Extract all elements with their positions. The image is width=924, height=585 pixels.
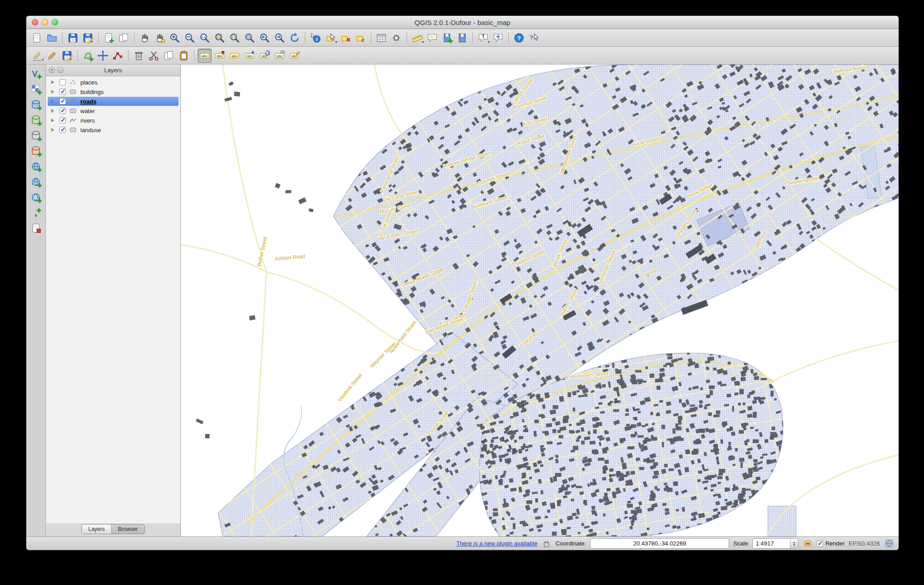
scale-combo-arrows[interactable]: ▲▼ xyxy=(790,539,798,548)
message-log-icon[interactable] xyxy=(803,539,813,549)
plugin-icon[interactable] xyxy=(541,539,551,549)
expand-arrow-icon[interactable] xyxy=(51,99,57,103)
qgis-window: QGIS 2.0.1-Dufour - basic_map 1:1i▾ε▾T▾?… xyxy=(26,15,899,550)
add-vector-layer-button[interactable] xyxy=(29,67,43,81)
panel-tab-browser[interactable]: Browser xyxy=(112,524,145,534)
toggle-editing-button[interactable] xyxy=(45,49,59,63)
panel-close-button[interactable]: × xyxy=(49,67,55,73)
add-wms-layer-button[interactable] xyxy=(29,159,43,174)
open-project-button[interactable] xyxy=(45,31,59,45)
composer-manager-button[interactable] xyxy=(117,31,131,45)
zoom-actual-button[interactable]: 1:1 xyxy=(198,31,212,45)
add-raster-layer-button[interactable] xyxy=(29,82,43,96)
expand-arrow-icon[interactable] xyxy=(51,80,57,84)
add-oracle-layer-button[interactable] xyxy=(29,144,43,158)
identify-features-button[interactable]: i xyxy=(308,31,323,45)
help-contents-button[interactable]: ? xyxy=(512,31,526,45)
run-feature-action-button[interactable] xyxy=(389,31,403,45)
scale-combo[interactable]: 1:4917 ▲▼ xyxy=(752,538,799,549)
add-wfs-layer-button[interactable] xyxy=(29,190,43,204)
render-checkbox[interactable] xyxy=(817,540,823,547)
zoom-next-button[interactable] xyxy=(273,31,287,45)
zoom-in-button[interactable] xyxy=(168,31,182,45)
expand-arrow-icon[interactable] xyxy=(51,109,57,113)
zoom-out-button[interactable] xyxy=(183,31,197,45)
refresh-map-button[interactable] xyxy=(288,31,302,45)
layer-visibility-checkbox[interactable] xyxy=(60,89,66,95)
add-delimited-text-layer-button[interactable]: , xyxy=(29,206,43,220)
add-feature-button[interactable] xyxy=(81,49,95,63)
layers-panel-title: Layers xyxy=(104,67,122,74)
layer-visibility-checkbox[interactable] xyxy=(60,79,66,85)
layer-item-water[interactable]: water xyxy=(48,106,179,115)
layer-type-icon xyxy=(69,107,78,114)
text-annotation-button[interactable]: T▾ xyxy=(476,31,490,45)
expand-arrow-icon[interactable] xyxy=(51,119,57,122)
map-tips-button[interactable] xyxy=(425,31,439,45)
measure-button[interactable]: ▾ xyxy=(410,31,424,45)
layer-visibility-checkbox[interactable] xyxy=(60,108,66,114)
open-attribute-table-button[interactable] xyxy=(374,31,388,45)
panel-float-button[interactable]: ◦ xyxy=(57,67,64,73)
labeling-options-button[interactable]: abc xyxy=(198,49,212,63)
add-mssql-layer-button[interactable] xyxy=(29,129,43,143)
save-project-as-button[interactable] xyxy=(81,31,95,45)
rotate-label-button[interactable]: abc xyxy=(258,49,272,63)
zoom-to-selection-button[interactable] xyxy=(228,31,242,45)
cut-features-button[interactable] xyxy=(147,49,161,63)
select-features-button[interactable]: ▾ xyxy=(323,31,338,45)
expand-arrow-icon[interactable] xyxy=(51,128,57,132)
new-bookmark-button[interactable] xyxy=(440,31,454,45)
pin-unpin-labels-button[interactable]: abc xyxy=(213,49,227,63)
layer-item-places[interactable]: places xyxy=(48,78,179,87)
layer-item-landuse[interactable]: landuse xyxy=(48,125,179,134)
new-project-button[interactable] xyxy=(30,31,44,45)
add-postgis-layer-button[interactable] xyxy=(29,98,43,112)
select-by-expression-button[interactable]: ε xyxy=(353,31,368,45)
pan-map-button[interactable] xyxy=(138,31,152,45)
crs-status-icon[interactable] xyxy=(884,539,894,549)
add-wcs-layer-button[interactable] xyxy=(29,175,43,189)
save-layer-edits-button[interactable] xyxy=(60,49,74,63)
deselect-features-button[interactable] xyxy=(338,31,353,45)
layer-visibility-checkbox[interactable] xyxy=(60,98,66,104)
crs-label: EPSG:4326 xyxy=(849,540,880,547)
change-label-button[interactable]: abc xyxy=(288,49,302,63)
zoom-window-button[interactable] xyxy=(52,19,58,25)
expand-arrow-icon[interactable] xyxy=(51,90,57,94)
zoom-full-button[interactable] xyxy=(213,31,227,45)
map-canvas[interactable]: Geelhout AvenueCypres StreetKosmos Stree… xyxy=(181,64,899,536)
close-window-button[interactable] xyxy=(32,19,38,25)
minimize-window-button[interactable] xyxy=(42,19,48,25)
whats-this-button[interactable]: ? xyxy=(527,31,541,45)
pan-to-selection-button[interactable] xyxy=(153,31,167,45)
new-shapefile-layer-button[interactable] xyxy=(29,221,43,235)
titlebar[interactable]: QGIS 2.0.1-Dufour - basic_map xyxy=(26,16,899,29)
new-plugin-link[interactable]: There is a new plugin available xyxy=(456,540,537,547)
add-spatialite-layer-button[interactable] xyxy=(29,113,43,127)
current-edits-button[interactable]: ▾ xyxy=(30,49,44,63)
layer-item-buildings[interactable]: buildings xyxy=(48,87,179,96)
delete-selected-button[interactable] xyxy=(132,49,146,63)
zoom-last-button[interactable] xyxy=(258,31,272,45)
panel-tab-layers[interactable]: Layers xyxy=(81,524,111,534)
layer-visibility-checkbox[interactable] xyxy=(60,127,66,133)
coordinate-input[interactable] xyxy=(590,538,729,549)
new-print-composer-button[interactable] xyxy=(102,31,116,45)
save-project-button[interactable] xyxy=(66,31,80,45)
layer-visibility-checkbox[interactable] xyxy=(60,117,66,124)
layers-panel: × ◦ Layers placesbuildingsroadswaterrive… xyxy=(46,64,181,536)
node-tool-button[interactable] xyxy=(111,49,125,63)
copy-features-button[interactable] xyxy=(162,49,176,63)
show-hide-labels-button[interactable]: abc xyxy=(273,49,287,63)
layer-item-rivers[interactable]: rivers xyxy=(48,116,179,125)
layer-item-roads[interactable]: roads xyxy=(48,97,179,106)
move-feature-button[interactable] xyxy=(96,49,110,63)
move-annotation-button[interactable] xyxy=(491,31,505,45)
move-label-button[interactable]: abc xyxy=(243,49,257,63)
paste-features-button[interactable] xyxy=(177,49,191,63)
landuse-layer xyxy=(218,64,899,536)
show-bookmarks-button[interactable] xyxy=(455,31,469,45)
highlight-pinned-labels-button[interactable]: abc xyxy=(228,49,242,63)
zoom-to-layer-button[interactable] xyxy=(243,31,257,45)
